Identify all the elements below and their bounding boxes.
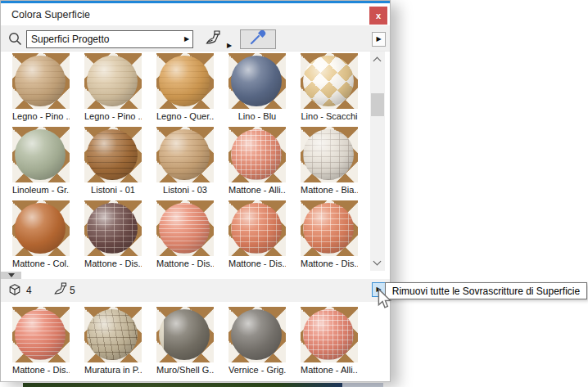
- material-tile[interactable]: Lino - Scacchi: [301, 53, 358, 122]
- material-tile[interactable]: Mattone - Dis...: [228, 200, 286, 269]
- tooltip-text: Rimuovi tutte le Sovrascritture di Super…: [392, 286, 580, 297]
- toolbar-panel-arrow-button[interactable]: ▶: [372, 32, 386, 47]
- material-thumbnail[interactable]: [84, 53, 142, 109]
- material-label: Mattone - Col...: [12, 259, 70, 269]
- material-sphere: [159, 129, 210, 180]
- material-thumbnail[interactable]: [84, 307, 142, 362]
- material-thumbnail[interactable]: [156, 53, 214, 109]
- material-thumbnail[interactable]: [156, 307, 214, 362]
- search-dropdown-button[interactable]: ▶: [181, 30, 193, 48]
- material-sphere: [303, 129, 354, 180]
- material-thumbnail[interactable]: [12, 127, 70, 182]
- material-sphere: [87, 129, 138, 180]
- material-tile[interactable]: Mattone - Alli...: [228, 127, 286, 196]
- scroll-down-icon[interactable]: [373, 258, 382, 266]
- material-sphere: [303, 309, 354, 360]
- material-sphere: [159, 56, 210, 106]
- material-thumbnail[interactable]: [228, 53, 286, 109]
- material-tile[interactable]: Legno - Pino ...: [84, 53, 142, 122]
- scroll-up-icon[interactable]: [373, 57, 382, 65]
- material-tile[interactable]: Mattone - Bia...: [301, 127, 358, 196]
- paint-brush-icon: [205, 29, 223, 49]
- material-label: Lino - Scacchi: [301, 111, 358, 122]
- material-sphere: [231, 309, 282, 360]
- material-label: Mattone - Alli...: [228, 185, 286, 196]
- eyedropper-icon: [250, 30, 266, 48]
- material-tile[interactable]: Listoni - 01: [84, 127, 142, 196]
- material-label: Mattone - Dis...: [84, 259, 142, 269]
- material-thumbnail[interactable]: [156, 127, 214, 182]
- material-thumbnail[interactable]: [12, 307, 70, 362]
- material-label: Legno - Pino ...: [84, 111, 142, 122]
- vertical-scrollbar[interactable]: [370, 52, 385, 271]
- material-tile[interactable]: Linoleum - Gr...: [12, 127, 70, 196]
- material-thumbnail[interactable]: [228, 127, 286, 182]
- material-sphere: [231, 129, 282, 180]
- desktop-strip-blue: [342, 383, 383, 387]
- dropdown-arrow-icon: ▶: [184, 36, 189, 43]
- material-tile[interactable]: Mattone - Dis...: [84, 200, 142, 269]
- material-label: Mattone - Dis...: [156, 259, 214, 269]
- splitter-arrow-icon: [8, 273, 15, 277]
- material-label: Mattone - Dis...: [301, 259, 358, 269]
- material-tile[interactable]: Listoni - 03: [156, 127, 214, 196]
- material-sphere: [159, 309, 210, 360]
- dialog-title: Colora Superficie: [11, 9, 90, 20]
- material-tile[interactable]: Legno - Quer...: [156, 53, 214, 122]
- material-thumbnail[interactable]: [228, 200, 286, 256]
- material-sphere: [303, 56, 354, 106]
- close-button[interactable]: x: [369, 7, 387, 25]
- material-tile[interactable]: Mattone - Alli...: [301, 307, 358, 376]
- material-label: Mattone - Alli...: [301, 365, 358, 376]
- material-thumbnail[interactable]: [228, 307, 286, 362]
- title-bar[interactable]: Colora Superficie: [1, 3, 390, 25]
- material-label: Linoleum - Gr...: [12, 185, 70, 196]
- material-label: Mattone - Bia...: [301, 185, 358, 196]
- material-tile[interactable]: Mattone - Dis...: [301, 200, 358, 269]
- scrollbar-thumb[interactable]: [371, 93, 384, 116]
- material-sphere: [87, 203, 138, 254]
- material-thumbnail[interactable]: [301, 53, 358, 109]
- screen: Colora Superficie x ▶ ▶ ▶ Le: [0, 0, 588, 387]
- material-label: Muratura in P...: [84, 365, 142, 376]
- material-thumbnail[interactable]: [12, 53, 70, 109]
- material-sphere: [15, 309, 66, 360]
- material-label: Listoni - 03: [156, 185, 214, 196]
- material-label: Mattone - Dis...: [12, 365, 70, 376]
- material-label: Muro/Shell G...: [156, 365, 214, 376]
- paint-brush-button[interactable]: [204, 30, 224, 48]
- material-label: Legno - Pino ...: [12, 111, 70, 122]
- remove-overrides-button[interactable]: ▶: [372, 282, 386, 297]
- search-input[interactable]: [26, 30, 182, 48]
- material-thumbnail[interactable]: [84, 200, 142, 256]
- material-thumbnail[interactable]: [84, 127, 142, 182]
- material-tile[interactable]: Legno - Pino ...: [12, 53, 70, 122]
- brush-menu-arrow-icon: ▶: [227, 42, 232, 49]
- material-tile[interactable]: Mattone - Dis...: [156, 200, 214, 269]
- material-thumbnail[interactable]: [12, 200, 70, 256]
- search-icon: [8, 32, 22, 49]
- surface-grid-lower: Mattone - Dis...Muratura in P...Muro/She…: [12, 307, 358, 376]
- material-tile[interactable]: Muro/Shell G...: [156, 307, 214, 376]
- eyedropper-button[interactable]: [240, 29, 276, 49]
- tooltip: Rimuovi tutte le Sovrascritture di Super…: [385, 282, 587, 299]
- material-tile[interactable]: Vernice - Grig...: [228, 307, 286, 376]
- material-sphere: [87, 56, 138, 106]
- material-tile[interactable]: Lino - Blu: [228, 53, 286, 122]
- material-sphere: [231, 56, 282, 106]
- overrides-arrow-icon: ▶: [376, 286, 381, 293]
- material-label: Listoni - 01: [84, 185, 142, 196]
- material-thumbnail[interactable]: [301, 200, 358, 256]
- desktop-strip-green: [23, 383, 342, 387]
- material-tile[interactable]: Mattone - Col...: [12, 200, 70, 269]
- material-tile[interactable]: Mattone - Dis...: [12, 307, 70, 376]
- brush-menu-button[interactable]: ▶: [227, 36, 232, 51]
- override-count: 5: [70, 285, 75, 296]
- material-thumbnail[interactable]: [156, 200, 214, 256]
- material-thumbnail[interactable]: [301, 307, 358, 362]
- surfaces-cube-icon: [8, 283, 21, 299]
- material-label: Legno - Quer...: [156, 111, 214, 122]
- material-tile[interactable]: Muratura in P...: [84, 307, 142, 376]
- material-thumbnail[interactable]: [301, 127, 358, 182]
- splitter-handle[interactable]: [1, 272, 21, 279]
